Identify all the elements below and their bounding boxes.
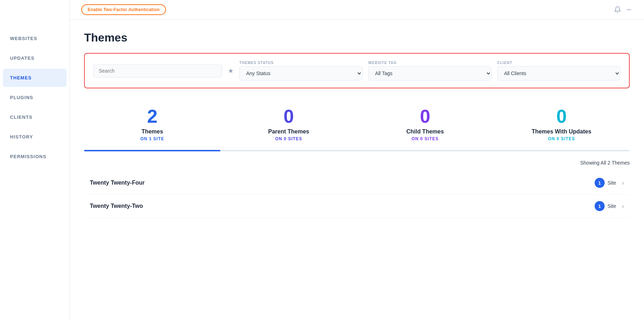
website-tag-label: WEBSITE TAG — [368, 61, 491, 65]
chevron-down-icon: › — [622, 179, 624, 187]
theme-site-info: 1 Site — [595, 178, 616, 188]
progress-bar-container — [84, 150, 630, 151]
themes-status-select[interactable]: Any Status Active Inactive — [239, 66, 362, 80]
theme-row[interactable]: Twenty Twenty-Two 1 Site › — [84, 195, 630, 218]
website-tag-filter-group: WEBSITE TAG All Tags — [368, 61, 491, 80]
notification-icon[interactable] — [614, 6, 621, 13]
progress-bar-fill — [84, 150, 220, 151]
theme-name: Twenty Twenty-Four — [90, 180, 595, 186]
sidebar-item-clients[interactable]: CLIENTS — [3, 108, 67, 126]
stat-parent-themes-sublabel: ON 0 SITES — [226, 136, 351, 141]
stat-parent-themes-number: 0 — [226, 107, 351, 126]
stats-row: 2 Themes ON 1 SITE 0 Parent Themes ON 0 … — [84, 100, 630, 147]
enable-2fa-button[interactable]: Enable Two-Factor Authentication — [81, 4, 166, 15]
sidebar-item-history[interactable]: HISTORY — [3, 128, 67, 146]
client-label: CLIENT — [497, 61, 620, 65]
stat-child-themes-label: Child Themes — [363, 128, 488, 135]
stat-themes-updates-label: Themes With Updates — [499, 128, 624, 135]
showing-text: Showing All 2 Themes — [84, 160, 630, 166]
stat-child-themes-sublabel: ON 0 SITES — [363, 136, 488, 141]
stat-child-themes-number: 0 — [363, 107, 488, 126]
stat-themes-label: Themes — [90, 128, 215, 135]
site-text: Site — [608, 180, 616, 186]
content-area: Themes ★ THEMES STATUS Any Status Active… — [70, 20, 644, 229]
site-badge: 1 — [595, 178, 605, 188]
client-filter-group: CLIENT All Clients — [497, 61, 620, 80]
page-title: Themes — [84, 31, 630, 44]
sidebar-item-websites[interactable]: WEBSITES — [3, 29, 67, 48]
sidebar-item-plugins[interactable]: PLUGINS — [3, 88, 67, 107]
theme-row[interactable]: Twenty Twenty-Four 1 Site › — [84, 171, 630, 195]
stat-themes-number: 2 — [90, 107, 215, 126]
stat-themes-updates-sublabel: ON 0 SITES — [499, 136, 624, 141]
themes-status-label: THEMES STATUS — [239, 61, 362, 65]
stat-parent-themes[interactable]: 0 Parent Themes ON 0 SITES — [220, 100, 357, 147]
site-badge: 1 — [595, 201, 605, 211]
search-input[interactable] — [93, 64, 222, 78]
sidebar: WEBSITES UPDATES THEMES PLUGINS CLIENTS … — [0, 0, 70, 322]
minus-icon[interactable] — [625, 6, 633, 13]
theme-name: Twenty Twenty-Two — [90, 203, 595, 209]
chevron-down-icon: › — [622, 203, 624, 210]
site-text: Site — [608, 203, 616, 209]
themes-status-filter-group: THEMES STATUS Any Status Active Inactive — [239, 61, 362, 80]
theme-site-info: 1 Site — [595, 201, 616, 211]
stat-parent-themes-label: Parent Themes — [226, 128, 351, 135]
sidebar-item-updates[interactable]: UPDATES — [3, 49, 67, 67]
sidebar-item-themes[interactable]: THEMES — [3, 69, 67, 87]
stat-themes-with-updates[interactable]: 0 Themes With Updates ON 0 SITES — [493, 100, 630, 147]
stat-child-themes[interactable]: 0 Child Themes ON 0 SITES — [357, 100, 493, 147]
stat-themes[interactable]: 2 Themes ON 1 SITE — [84, 100, 220, 147]
favorite-star-icon[interactable]: ★ — [228, 67, 234, 75]
main-content: Enable Two-Factor Authentication Themes … — [70, 0, 644, 322]
website-tag-select[interactable]: All Tags — [368, 66, 491, 80]
filter-bar: ★ THEMES STATUS Any Status Active Inacti… — [84, 53, 630, 88]
stat-themes-sublabel: ON 1 SITE — [90, 136, 215, 141]
sidebar-item-permissions[interactable]: PERMISSIONS — [3, 147, 67, 166]
top-right-icons — [614, 6, 633, 13]
top-banner: Enable Two-Factor Authentication — [70, 0, 644, 20]
theme-list: Twenty Twenty-Four 1 Site › Twenty Twent… — [84, 171, 630, 218]
stat-themes-updates-number: 0 — [499, 107, 624, 126]
client-select[interactable]: All Clients — [497, 66, 620, 80]
